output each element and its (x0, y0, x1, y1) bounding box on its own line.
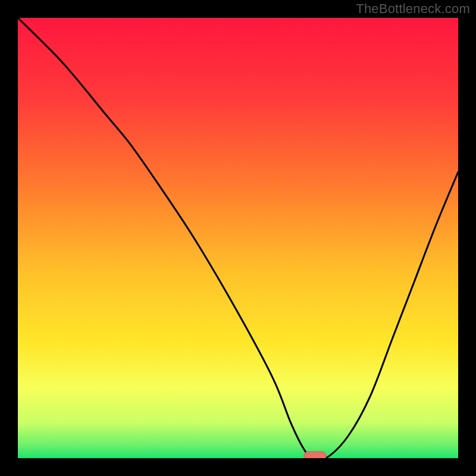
minimum-marker (304, 452, 326, 458)
gradient-background (18, 18, 458, 458)
plot-area (18, 18, 458, 458)
watermark-text: TheBottleneck.com (356, 1, 470, 17)
bottleneck-chart-svg (18, 18, 458, 458)
chart-container: TheBottleneck.com (0, 0, 476, 476)
optimal-range-pill (304, 452, 326, 458)
